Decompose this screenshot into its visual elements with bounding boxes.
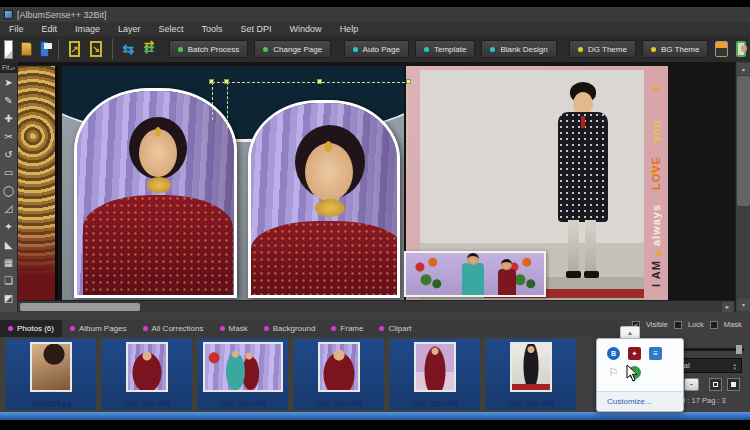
green-dot-icon (263, 47, 268, 52)
filmstrip-item[interactable]: DSC_7809.JPG (198, 339, 288, 410)
flag-icon[interactable]: ⚐ (607, 366, 620, 379)
photo-thumbnail[interactable] (414, 342, 456, 392)
spinner-icon[interactable]: ▴▾ (10, 65, 15, 71)
menu-layer[interactable]: Layer (109, 24, 150, 34)
rect-select-tool[interactable]: ▭ (0, 163, 17, 181)
menu-help[interactable]: Help (331, 24, 368, 34)
wand-tool[interactable]: ✦ (0, 217, 17, 235)
filled-square-button[interactable] (727, 378, 740, 391)
bottom-scrollbar[interactable] (0, 412, 750, 420)
canvas-photo-couple-inset[interactable] (404, 251, 546, 297)
filmstrip-item[interactable]: DSC_7833.JPG (390, 339, 480, 410)
selection-handle[interactable] (317, 79, 322, 84)
photo-thumbnail[interactable] (30, 342, 72, 392)
mask-checkbox[interactable] (710, 321, 718, 329)
duplicate-tool[interactable]: ❏ (0, 271, 17, 289)
selection-handle[interactable] (406, 79, 411, 84)
lasso-tool[interactable]: ◿ (0, 199, 17, 217)
menu-tools[interactable]: Tools (193, 24, 232, 34)
hand-tool[interactable]: ✚ (0, 109, 17, 127)
photo-filename: DSC_7846.JPG (486, 400, 576, 407)
title-bar[interactable]: [AlbumSense++ 32Bit] (0, 7, 750, 22)
photo-thumbnail[interactable] (126, 342, 168, 392)
menu-select[interactable]: Select (150, 24, 193, 34)
scroll-down-icon[interactable] (737, 299, 750, 311)
pattern-tool[interactable]: ▦ (0, 253, 17, 271)
crop-tool[interactable]: ◩ (0, 289, 17, 307)
select-tool[interactable]: ➤ (0, 73, 17, 91)
photo-thumbnail[interactable] (510, 342, 552, 392)
swap-pages-icon[interactable]: ⇆ (123, 41, 135, 57)
new-file-icon[interactable] (4, 40, 13, 59)
horizontal-scrollbar[interactable] (18, 300, 735, 312)
opacity-slider-thumb[interactable] (736, 345, 742, 354)
blank-design-button[interactable]: Blank Design (481, 40, 556, 58)
tab-mask[interactable]: Mask (212, 320, 256, 337)
tab-photos[interactable]: Photos (6) (0, 320, 62, 337)
menu-window[interactable]: Window (281, 24, 331, 34)
tab-album-pages[interactable]: Album Pages (62, 320, 135, 337)
tab-frame[interactable]: Frame (323, 320, 371, 337)
dg-theme-button[interactable]: DG Theme (569, 40, 636, 58)
menu-edit[interactable]: Edit (33, 24, 67, 34)
caption-segment: LOVE (650, 156, 662, 190)
horizontal-scrollbar-thumb[interactable] (20, 303, 140, 311)
change-page-button[interactable]: Change Page (254, 40, 331, 58)
album-page-left[interactable] (62, 66, 404, 300)
vertical-scrollbar[interactable] (735, 62, 750, 312)
portrait-edit-icon[interactable] (736, 41, 746, 57)
customize-link[interactable]: Customize... (607, 397, 651, 406)
tab-clipart[interactable]: Clipart (371, 320, 419, 337)
zoom-fit-dropdown[interactable]: Fit ▴▾ (0, 62, 17, 73)
outline-square-button[interactable] (709, 378, 722, 391)
scroll-right-icon[interactable] (722, 302, 733, 312)
previous-page-edge[interactable] (18, 66, 58, 300)
pen-tool[interactable]: ✎ (0, 91, 17, 109)
tab-all-corrections[interactable]: All Corrections (135, 320, 212, 337)
template-button[interactable]: Template (415, 40, 475, 58)
tab-background[interactable]: Background (256, 320, 324, 337)
rotate-tool[interactable]: ↺ (0, 145, 17, 163)
scissors-tool[interactable]: ✂ (0, 127, 17, 145)
photo-thumbnail[interactable] (203, 342, 283, 392)
teal-dot-icon (424, 47, 429, 52)
vertical-text-strip[interactable]: I AM always LOVE you (644, 66, 668, 300)
ellipse-tool-icon: ◯ (3, 185, 14, 196)
window-title: [AlbumSense++ 32Bit] (17, 10, 107, 20)
export-icon[interactable]: ↗ (69, 41, 81, 57)
couple-art (467, 253, 479, 265)
lock-checkbox[interactable] (674, 321, 682, 329)
filmstrip-item[interactable]: DSC_7812.JPG (294, 339, 384, 410)
zoom-out-button[interactable]: - (684, 378, 699, 391)
filmstrip-item[interactable]: DSC_7846.JPG (486, 339, 576, 410)
mask-label: Mask (724, 320, 742, 329)
menu-file[interactable]: File (0, 24, 33, 34)
red-app-icon[interactable]: ✦ (628, 347, 641, 360)
selection-handle[interactable] (209, 79, 214, 84)
photo-thumbnail[interactable] (318, 342, 360, 392)
toolbar: ↗ ↘ ⇆ ⇄ Batch Process Change Page Auto P… (0, 36, 750, 62)
save-icon[interactable] (40, 41, 49, 57)
filmstrip-item[interactable]: DSC_7845.JPG (102, 339, 192, 410)
blue-app-icon[interactable]: ≡ (649, 347, 662, 360)
lock-label: Lock (688, 320, 704, 329)
auto-page-button[interactable]: Auto Page (344, 40, 409, 58)
fill-tool[interactable]: ◣ (0, 235, 17, 253)
batch-process-button[interactable]: Batch Process (169, 40, 249, 58)
open-folder-icon[interactable] (21, 42, 32, 56)
bluetooth-icon[interactable]: B (607, 347, 620, 360)
image-edit-icon[interactable] (715, 41, 727, 57)
canvas-photo-bride-2[interactable] (248, 100, 400, 298)
spinner-icon[interactable]: ▴▾ (733, 362, 736, 370)
bg-theme-button[interactable]: BG Theme (642, 40, 709, 58)
menu-set-dpi[interactable]: Set DPI (232, 24, 281, 34)
align-icon[interactable]: ⇄ (144, 42, 154, 56)
selection-handle[interactable] (224, 79, 229, 84)
ellipse-tool[interactable]: ◯ (0, 181, 17, 199)
scroll-up-icon[interactable] (737, 63, 750, 75)
import-icon[interactable]: ↘ (90, 41, 102, 57)
filmstrip-item[interactable]: 9113K228.jpg (6, 339, 96, 410)
vertical-scrollbar-thumb[interactable] (737, 76, 750, 206)
canvas-area[interactable]: I AM always LOVE you (18, 62, 735, 312)
menu-image[interactable]: Image (66, 24, 109, 34)
